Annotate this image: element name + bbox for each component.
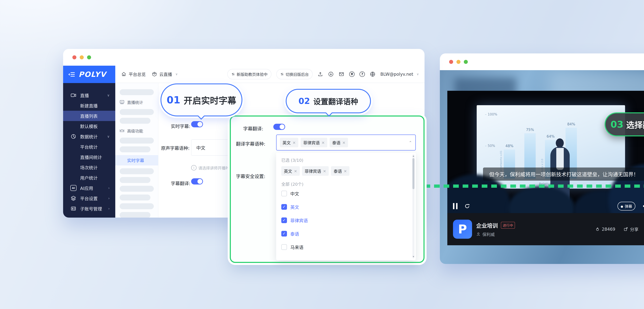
skeleton-pill <box>120 212 150 218</box>
refresh-button[interactable] <box>464 203 470 209</box>
sidebar-item-ai-apps[interactable]: AI应用 › <box>63 183 115 193</box>
sidebar-item-label: 平台设置 <box>80 195 98 202</box>
scrollbar-thumb[interactable] <box>412 158 414 189</box>
lang-option-th[interactable]: 泰语 <box>281 227 410 240</box>
crown-icon <box>119 128 125 134</box>
zoom-window-icon[interactable] <box>87 55 91 59</box>
billing-icon[interactable]: ¥ <box>349 72 354 77</box>
flow-arrow <box>424 181 644 191</box>
account-email: BLW@polyv.net <box>380 72 413 77</box>
upload-icon[interactable] <box>318 71 323 77</box>
sidebar-menu: 直播 ∨ 新建直播 直播列表 默认模板 数据统计 ∨ 平台统计 直播间统计 场次… <box>63 83 115 218</box>
lang-option-fil[interactable]: 菲律宾语 <box>281 214 410 227</box>
nav-cloud-live-label: 云直播 <box>159 71 172 77</box>
remove-icon[interactable] <box>342 140 346 145</box>
lang-option-zh[interactable]: 中文 <box>281 187 410 200</box>
arrow-dashes <box>424 184 644 188</box>
remove-icon[interactable] <box>344 168 347 174</box>
sidebar-item-user-stats[interactable]: 用户统计 <box>63 172 115 183</box>
chevron-right-icon: › <box>108 196 110 200</box>
globe-icon[interactable] <box>370 71 376 77</box>
lang-tag[interactable]: 泰语 <box>330 138 348 147</box>
danmaku-toggle[interactable]: 弹幕 <box>618 202 635 210</box>
checkbox-icon[interactable] <box>281 244 287 250</box>
window-titlebar <box>63 49 424 66</box>
sidebar-item-live[interactable]: 直播 ∨ <box>63 90 115 100</box>
sidebar-item-live-list[interactable]: 直播列表 <box>63 111 115 121</box>
realtime-subtitle-toggle[interactable] <box>191 121 203 127</box>
subnav-section-advanced[interactable]: 高级功能 <box>115 126 158 135</box>
scroll-down-icon[interactable] <box>413 256 414 257</box>
panel-translate-toggle[interactable] <box>273 124 285 130</box>
checkbox-checked-icon[interactable] <box>281 204 287 210</box>
remove-icon[interactable] <box>292 140 296 145</box>
secondary-nav: 直播统计 高级功能 实时字幕 <box>115 83 158 218</box>
polyv-logo: POLYV <box>78 70 106 78</box>
subnav-section-live-stats[interactable]: 直播统计 <box>115 98 158 106</box>
lang-tag[interactable]: 泰语 <box>331 166 350 176</box>
video-area[interactable]: 100% 50% 0% 48% Neural networks v.01 75%… <box>447 91 644 213</box>
nav-platform-overview[interactable]: 平台总览 <box>121 71 146 77</box>
sidebar-item-label: 新建直播 <box>80 102 98 109</box>
lang-tag[interactable]: 菲律宾语 <box>300 138 327 147</box>
sidebar-item-session-stats[interactable]: 场次统计 <box>63 162 115 172</box>
danmaku-label: 弹幕 <box>625 204 632 209</box>
primary-sidebar: POLYV 直播 ∨ 新建直播 直播列表 默认模板 数据统计 ∨ 平台统计 直播… <box>63 66 115 218</box>
sidebar-item-label: AI应用 <box>80 185 93 191</box>
scroll-up-icon[interactable] <box>413 156 414 157</box>
pause-button[interactable] <box>453 203 458 209</box>
checkbox-icon[interactable] <box>281 191 287 196</box>
sidebar-item-subaccounts[interactable]: 子账号管理 › <box>63 204 115 214</box>
new-assistant-pill[interactable]: 新版助教页体验中 <box>227 69 272 79</box>
sidebar-item-label: 直播列表 <box>80 113 98 119</box>
checkbox-checked-icon[interactable] <box>281 231 287 236</box>
live-status-badge: 进行中 <box>501 222 515 229</box>
sidebar-item-platform-stats[interactable]: 平台统计 <box>63 142 115 152</box>
lang-tag[interactable]: 英文 <box>281 166 300 176</box>
mail-icon[interactable] <box>338 71 344 77</box>
lang-option-ms[interactable]: 马来语 <box>281 240 410 254</box>
account-menu[interactable]: BLW@polyv.net <box>380 72 419 77</box>
subtitle-translate-toggle[interactable] <box>191 178 203 184</box>
dropdown-scrollbar[interactable] <box>412 154 414 258</box>
minimize-window-icon[interactable] <box>80 55 84 59</box>
sidebar-item-platform-settings[interactable]: 平台设置 › <box>63 193 115 204</box>
lang-tag-label: 菲律宾语 <box>304 168 321 174</box>
yen-glyph: ¥ <box>351 72 353 76</box>
old-console-label: 切换旧版后台 <box>286 71 309 77</box>
sidebar-item-data-stats[interactable]: 数据统计 ∨ <box>63 131 115 142</box>
slide-ytick: 50% <box>485 144 495 148</box>
sidebar-item-default-template[interactable]: 默认模板 <box>63 121 115 131</box>
step2-callout: 02 设置翻译语种 <box>286 89 371 113</box>
remove-icon[interactable] <box>294 168 297 174</box>
zoom-window-icon[interactable] <box>464 60 468 64</box>
close-window-icon[interactable] <box>449 60 453 64</box>
old-console-pill[interactable]: 切换旧版后台 <box>276 69 312 79</box>
bar-value: 64% <box>547 134 554 138</box>
share-icon <box>624 227 628 231</box>
checkbox-checked-icon[interactable] <box>281 218 287 223</box>
lang-tag[interactable]: 英文 <box>280 138 298 147</box>
remove-icon[interactable] <box>322 140 325 145</box>
sidebar-item-new-live[interactable]: 新建直播 <box>63 100 115 111</box>
share-button[interactable]: 分享 <box>624 226 638 232</box>
close-window-icon[interactable] <box>72 55 76 59</box>
volume-icon[interactable] <box>642 203 644 209</box>
subnav-item-realtime-subtitle[interactable]: 实时字幕 <box>115 155 158 166</box>
nav-cloud-live[interactable]: 云直播 <box>152 71 178 77</box>
download-icon[interactable] <box>328 71 334 77</box>
minimize-window-icon[interactable] <box>456 60 460 64</box>
player-controls: 弹幕 <box>447 199 644 213</box>
remove-icon[interactable] <box>323 168 326 174</box>
collapse-menu-icon[interactable] <box>68 72 75 77</box>
lang-option-en[interactable]: 英文 <box>281 200 410 214</box>
subnav-active-label: 实时字幕 <box>127 157 144 164</box>
skeleton-pill <box>120 138 154 144</box>
help-icon[interactable]: ? <box>360 72 365 77</box>
translate-langs-select[interactable]: 英文 菲律宾语 泰语 <box>276 134 416 150</box>
step-number: 02 <box>298 96 310 106</box>
sidebar-item-room-stats[interactable]: 直播间统计 <box>63 152 115 162</box>
lang-tag[interactable]: 菲律宾语 <box>302 166 329 176</box>
lang-option-label: 菲律宾语 <box>290 217 308 224</box>
bar-chart-icon <box>119 99 125 105</box>
